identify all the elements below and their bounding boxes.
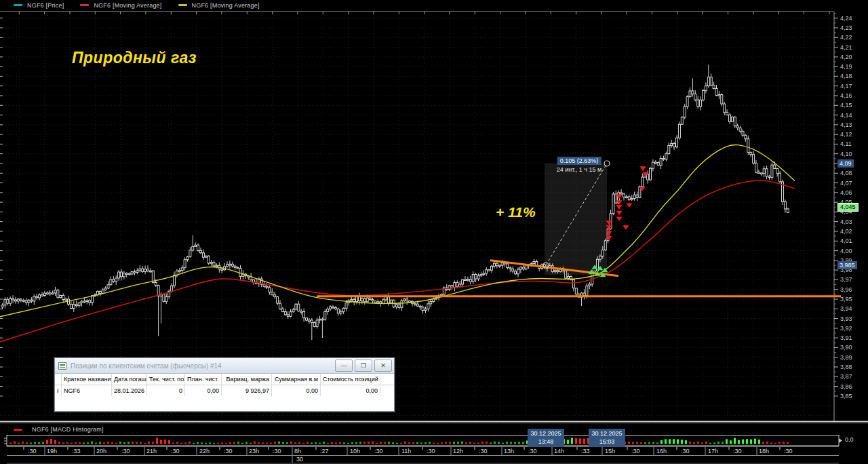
price-tick-label: 3,97 [840,276,852,283]
time-tick-label: :30 [528,448,537,455]
measure-duration: 24 инт., 1 ч 15 м [557,166,602,173]
time-tick-label: :30 [784,448,793,455]
table-cell: 0,00 [272,385,321,396]
time-tick-label: 22h [199,448,210,455]
time-tick-label: 13h [504,448,514,455]
time-tick-label: :30 [374,448,383,455]
percent-annotation: + 11% [496,204,536,220]
price-tick-label: 4,24 [840,15,852,22]
price-tick-label: 3,93 [840,315,852,322]
column-header[interactable]: Вариац. маржа [222,374,272,385]
macd-series-swatch [14,429,22,431]
price-axis[interactable]: 4,244,234,224,214,204,194,184,174,164,15… [835,12,868,425]
timestamp-date: 30.12.2025 [589,429,625,438]
time-tick-label: 21h [146,448,157,455]
last-price-label: 4,045 [837,203,859,212]
timestamp-box: 30.12.202515:03 [589,429,625,447]
time-tick-label: :30 [224,448,233,455]
table-cell: I [55,385,62,396]
timestamp-box: 30.12.202513:48 [528,429,564,447]
legend-swatch [178,4,187,6]
price-tick-label: 4,15 [840,102,852,109]
maximize-button[interactable]: ❐ [355,360,372,372]
price-tick-label: 4,13 [840,121,852,128]
time-tick-label: :30 [427,448,435,455]
price-tick-label: 3,88 [840,364,852,370]
time-tick-label: 14h [554,448,564,455]
price-tick-label: 4,22 [840,34,852,41]
time-tick-label: :30 [28,448,37,455]
price-tick-label: 4,23 [840,24,852,31]
legend-item-1: NGF6 [Moving Average] [80,2,161,9]
time-tick-label: :33 [581,448,590,455]
table-cell: 0,00 [321,385,380,396]
time-tick-label: :30 [171,448,180,455]
legend-label: NGF6 [Moving Average] [192,2,260,9]
time-axis[interactable]: :3019h:3320h:3021h:3022h:3023h:308h:2710… [0,446,868,456]
legend-label: NGF6 [Price] [27,2,64,9]
positions-table-row[interactable]: INGF628.01.202600,009 926,970,000,00 [55,385,394,396]
macd-pane-border [7,436,839,446]
left-ruler-ticks [0,18,3,396]
trading-terminal: { "top_legend": [ {"label": "NGF6 [Price… [0,0,868,464]
time-tick-label: :30 [733,448,742,455]
price-tick-label: 4,17 [840,83,852,90]
measure-value: 0.105 (2.63%) [557,157,601,165]
column-header[interactable]: Краткое названи [62,374,112,385]
column-header[interactable]: Суммарная в.м [272,374,321,385]
legend-swatch [80,4,89,6]
legend-item-0: NGF6 [Price] [14,2,64,9]
timestamp-time: 15:03 [589,438,625,446]
price-tick-label: 3,90 [840,344,852,351]
measure-price-label: 3,985 [837,261,857,269]
table-cell: 9 926,97 [222,385,272,396]
price-tick-label: 4,16 [840,92,852,99]
price-tick-label: 4,21 [840,44,852,51]
legend-swatch [14,4,22,6]
price-tick-label: 4,12 [840,131,852,138]
price-tick-label: 4,11 [840,140,852,147]
measure-price-label: 4,09 [837,159,854,168]
time-tick-label: 10h [350,448,360,455]
price-tick-label: 4,10 [840,151,852,157]
price-tick-label: 4,20 [840,54,852,60]
column-header[interactable]: Тек. чист. поз [147,374,185,385]
table-cell: 0,00 [185,385,222,396]
measure-tooltip: 0.105 (2.63%) 24 инт., 1 ч 15 м [557,153,602,173]
time-tick-label: 20h [96,448,106,455]
price-tick-label: 4,02 [840,228,852,235]
time-tick-label: 19h [47,448,57,455]
column-header[interactable]: План. чист. [185,374,222,385]
column-header[interactable]: Дата погаш [112,374,147,385]
positions-window-title: Позиции по клиентским счетам (фьючерсы) … [71,362,335,370]
series-legend: NGF6 [Price]NGF6 [Moving Average]NGF6 [M… [14,2,276,9]
positions-table-header[interactable]: Краткое названиДата погашТек. чист. позП… [55,374,394,385]
chart-title-annotation: Природный газ [72,49,197,67]
moving-average-slow-line [0,180,795,342]
timestamp-time: 13:48 [528,438,564,446]
price-tick-label: 4,19 [840,63,852,70]
timestamp-date: 30.12.2025 [528,429,564,438]
price-tick-label: 3,85 [840,393,852,400]
time-tick-label: 18h [759,448,769,455]
price-tick-label: 4,00 [840,248,852,254]
close-button[interactable]: ✕ [374,360,392,372]
macd-series-label: NGF6 [MACD Histogram] [32,426,104,433]
column-header[interactable]: Стоимость позиций [321,374,380,385]
minimize-button[interactable]: — [335,360,353,372]
positions-window[interactable]: Позиции по клиентским счетам (фьючерсы) … [54,357,395,412]
price-tick-label: 3,94 [840,305,852,312]
table-window-icon [58,362,66,370]
column-header[interactable] [55,374,62,385]
price-tick-label: 4,08 [840,170,852,176]
price-tick-label: 4,03 [840,218,852,225]
macd-legend-bar: NGF6 [MACD Histogram] [0,425,868,434]
date-axis-label: 30 [296,456,303,463]
price-tick-label: 3,95 [840,296,852,303]
positions-window-titlebar[interactable]: Позиции по клиентским счетам (фьючерсы) … [55,358,394,374]
time-tick-label: :30 [273,448,281,455]
price-tick-label: 4,01 [840,237,852,244]
moving-average-fast-line [0,145,795,317]
price-tick-label: 4,06 [840,189,852,196]
time-tick-label: 11h [401,448,411,455]
